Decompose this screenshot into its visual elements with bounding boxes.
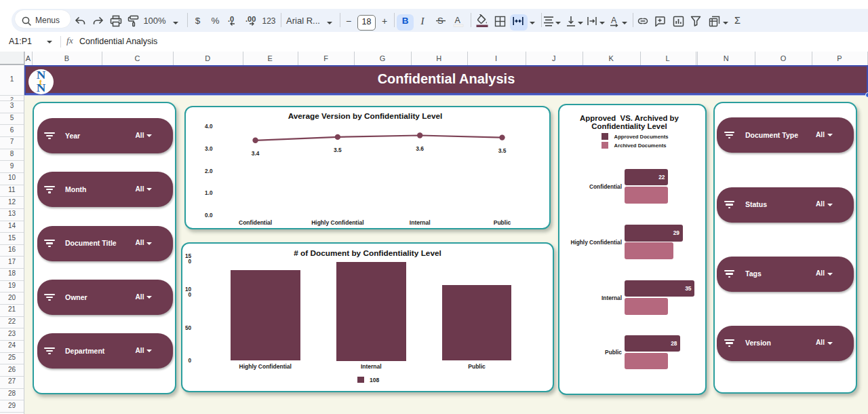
svg-text:A: A [455, 16, 461, 25]
svg-text:A: A [611, 16, 617, 25]
svg-text:.0: .0 [228, 15, 234, 23]
